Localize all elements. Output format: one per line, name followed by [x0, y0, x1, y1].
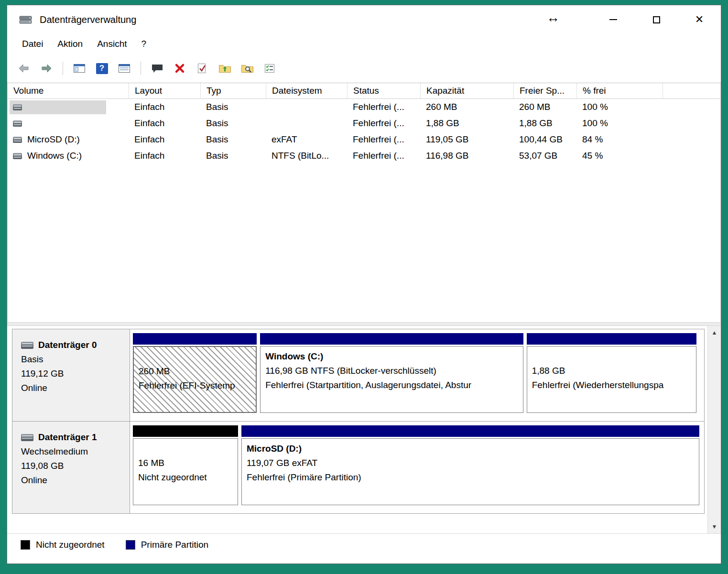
minimize-button[interactable]: [592, 5, 635, 34]
scroll-up-button[interactable]: ▲: [708, 326, 721, 339]
disk-info-1[interactable]: Datenträger 1 Wechselmedium 119,08 GB On…: [12, 422, 130, 513]
disk-icon: [21, 342, 33, 349]
toolbar: ?: [7, 54, 721, 83]
disk-status: Online: [21, 473, 130, 487]
column-header-freier-sp[interactable]: Freier Sp...: [514, 83, 577, 99]
partition-microsd-d[interactable]: MicroSD (D:) 119,07 GB exFAT Fehlerfrei …: [241, 425, 699, 513]
partition-size: 116,98 GB NTFS (BitLocker-verschlüsselt): [265, 364, 518, 378]
layout-cell: Einfach: [129, 115, 201, 131]
partition-title: [532, 349, 692, 364]
back-icon[interactable]: [17, 61, 31, 76]
vertical-scrollbar[interactable]: ▲ ▼: [707, 326, 721, 533]
volume-list-header: Volume Layout Typ Dateisystem Status Kap…: [8, 83, 720, 99]
legend-item-primary: Primäre Partition: [126, 540, 209, 550]
mark-active-icon[interactable]: [195, 61, 209, 76]
export-list-icon[interactable]: [117, 61, 131, 76]
table-row[interactable]: Einfach Basis Fehlerfrei (... 1,88 GB 1,…: [8, 115, 720, 131]
filler-cell: [663, 148, 720, 164]
status-cell: Fehlerfrei (...: [348, 115, 421, 131]
volume-cell[interactable]: MicroSD (D:): [10, 133, 106, 147]
typ-cell: Basis: [201, 99, 266, 115]
table-row[interactable]: MicroSD (D:) Einfach Basis exFAT Fehlerf…: [8, 131, 720, 148]
column-header-kapazitaet[interactable]: Kapazität: [421, 83, 514, 99]
disk-size: 119,08 GB: [21, 459, 130, 473]
scroll-up-icon: ▲: [712, 329, 717, 336]
partition-unallocated[interactable]: 16 MB Nicht zugeordnet: [133, 425, 238, 513]
pct-frei-cell: 100 %: [577, 115, 663, 131]
partition-recovery[interactable]: 1,88 GB Fehlerfrei (Wiederherstellungspa: [527, 333, 697, 421]
partition-status: Fehlerfrei (EFI-Systemp: [139, 379, 251, 393]
status-cell: Fehlerfrei (...: [348, 148, 421, 164]
dateisystem-cell: NTFS (BitLo...: [266, 148, 348, 164]
partition-color-bar: [133, 425, 238, 437]
close-button[interactable]: ✕: [678, 5, 721, 34]
volume-icon: [13, 137, 22, 143]
action-pane-icon[interactable]: [150, 61, 164, 76]
table-row[interactable]: Einfach Basis Fehlerfrei (... 260 MB 260…: [8, 99, 720, 115]
kapazitaet-cell: 119,05 GB: [421, 131, 514, 148]
partition-status: Fehlerfrei (Wiederherstellungspa: [532, 378, 692, 392]
volume-cell[interactable]: [10, 117, 106, 130]
partition-size: 16 MB: [138, 456, 233, 470]
open-folder-icon[interactable]: [217, 61, 232, 76]
close-icon: ✕: [695, 14, 704, 25]
maximize-button[interactable]: [635, 5, 678, 34]
legend-label: Nicht zugeordnet: [36, 540, 105, 550]
partition-title: Windows (C:): [265, 349, 518, 364]
disk-type: Basis: [21, 352, 130, 367]
partition-size: 119,07 GB exFAT: [247, 456, 694, 470]
disk-name: Datenträger 0: [38, 338, 97, 352]
column-header-filler: [663, 83, 720, 99]
column-header-typ[interactable]: Typ: [201, 83, 266, 99]
table-row[interactable]: Windows (C:) Einfach Basis NTFS (BitLo..…: [8, 148, 720, 164]
typ-cell: Basis: [201, 131, 266, 148]
menu-aktion[interactable]: Aktion: [50, 36, 90, 52]
typ-cell: Basis: [201, 148, 266, 164]
partition-status: Fehlerfrei (Startpartition, Auslagerungs…: [265, 378, 518, 392]
volume-name: Windows (C:): [27, 151, 82, 161]
toolbar-separator: [141, 62, 141, 75]
partition-efi-system[interactable]: 260 MB Fehlerfrei (EFI-Systemp: [133, 333, 257, 421]
partition-title: MicroSD (D:): [247, 442, 694, 456]
legend-item-unallocated: Nicht zugeordnet: [21, 540, 105, 550]
properties-list-icon[interactable]: [262, 61, 277, 76]
volume-cell-selected[interactable]: [10, 100, 106, 114]
minimize-icon: [609, 19, 617, 20]
partition-windows-c[interactable]: Windows (C:) 116,98 GB NTFS (BitLocker-v…: [260, 333, 523, 421]
kapazitaet-cell: 1,88 GB: [421, 115, 514, 131]
legend-bar: Nicht zugeordnet Primäre Partition: [7, 533, 721, 563]
console-tree-icon[interactable]: [72, 61, 87, 76]
title-bar[interactable]: Datenträgerverwaltung ↔ ✕: [7, 5, 721, 34]
delete-volume-icon[interactable]: [173, 61, 187, 76]
scroll-down-button[interactable]: ▼: [708, 520, 721, 533]
help-icon[interactable]: ?: [95, 61, 109, 76]
filler-cell: [663, 99, 720, 115]
menu-ansicht[interactable]: Ansicht: [90, 36, 134, 52]
column-header-pct-frei[interactable]: % frei: [577, 83, 663, 99]
column-header-layout[interactable]: Layout: [129, 83, 201, 99]
partition-color-bar: [527, 333, 697, 345]
volume-list: Volume Layout Typ Dateisystem Status Kap…: [7, 83, 721, 322]
column-header-status[interactable]: Status: [348, 83, 421, 99]
maximize-icon: [653, 16, 660, 23]
volume-cell[interactable]: Windows (C:): [10, 149, 106, 163]
disk-info-0[interactable]: Datenträger 0 Basis 119,12 GB Online: [12, 329, 130, 421]
pct-frei-cell: 45 %: [577, 148, 663, 164]
column-header-dateisystem[interactable]: Dateisystem: [266, 83, 348, 99]
partition-title: [138, 442, 233, 456]
explore-folder-icon[interactable]: [240, 61, 254, 76]
disk-status: Online: [21, 381, 130, 395]
disk-row-1: Datenträger 1 Wechselmedium 119,08 GB On…: [12, 421, 705, 514]
legend-swatch-primary: [126, 540, 135, 550]
partition-color-bar: [241, 425, 699, 437]
pct-frei-cell: 100 %: [577, 99, 663, 115]
freier-sp-cell: 100,44 GB: [514, 131, 577, 148]
forward-icon[interactable]: [39, 61, 54, 76]
pane-splitter[interactable]: [7, 322, 721, 326]
column-header-volume[interactable]: Volume: [8, 83, 129, 99]
menu-datei[interactable]: Datei: [15, 36, 50, 52]
disk-icon: [21, 434, 33, 441]
filler-cell: [663, 131, 720, 148]
menu-hilfe[interactable]: ?: [134, 36, 153, 52]
scrollbar-track[interactable]: [708, 339, 721, 520]
